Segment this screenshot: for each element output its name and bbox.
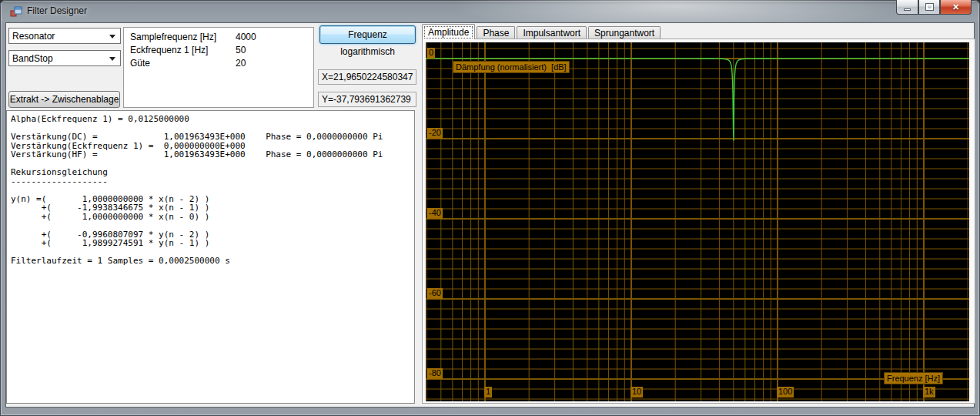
- app-icon: [10, 5, 22, 18]
- filter-report-textbox[interactable]: Alpha(Eckfrequenz 1) = 0,0125000000 Vers…: [6, 110, 415, 404]
- x-tick-label: 1k: [923, 387, 935, 398]
- title-bar[interactable]: Filter Designer ✕: [0, 0, 980, 23]
- focus-rect: [424, 26, 473, 39]
- filter-type-value: Resonator: [12, 31, 55, 42]
- frequency-logarithmic-button[interactable]: Frequenz logarithmisch: [319, 25, 416, 44]
- y-tick-label: -40: [427, 208, 443, 219]
- tab-label: Sprungantwort: [594, 28, 654, 39]
- maximize-button[interactable]: [918, 0, 940, 15]
- close-icon: ✕: [952, 2, 959, 12]
- param-row[interactable]: Güte 20: [130, 58, 307, 70]
- param-value[interactable]: 20: [236, 58, 246, 69]
- minimize-icon: [904, 8, 911, 11]
- filter-report-text: Alpha(Eckfrequenz 1) = 0,0125000000 Vers…: [7, 111, 414, 266]
- amplitude-chart[interactable]: Dämpfung (normalisiert) [dB] Frequenz [H…: [426, 42, 969, 401]
- tab-label: Phase: [483, 28, 509, 39]
- param-label: Samplefrequenz [Hz]: [130, 32, 216, 42]
- tab-sprungantwort[interactable]: Sprungantwort: [588, 26, 661, 39]
- x-tick-label: 1: [484, 387, 492, 398]
- filter-kind-combobox[interactable]: BandStop: [8, 50, 121, 66]
- param-row[interactable]: Samplefrequenz [Hz] 4000: [130, 32, 307, 44]
- window-title: Filter Designer: [27, 5, 87, 16]
- minimize-button[interactable]: [896, 0, 918, 15]
- chevron-down-icon: [109, 57, 115, 61]
- y-axis-title: Dämpfung (normalisiert) [dB]: [453, 61, 570, 73]
- y-tick-label: -60: [427, 288, 443, 299]
- chevron-down-icon: [109, 35, 115, 39]
- param-label: Güte: [130, 58, 150, 69]
- tab-label: Impulsantwort: [523, 28, 580, 39]
- y-tick-label: -80: [427, 368, 443, 379]
- filter-kind-value: BandStop: [12, 53, 53, 64]
- tab-phase[interactable]: Phase: [477, 26, 515, 39]
- titlebar-gloss: [0, 0, 980, 23]
- client-area: Resonator BandStop Extrakt -> Zwischenab…: [6, 23, 974, 407]
- param-value[interactable]: 50: [236, 45, 246, 55]
- amplitude-plot: [426, 42, 969, 401]
- filter-type-combobox[interactable]: Resonator: [8, 28, 121, 44]
- maximize-icon: [926, 4, 933, 10]
- tab-amplitude[interactable]: Amplitude: [422, 24, 475, 39]
- param-label: Eckfrequenz 1 [Hz]: [130, 45, 208, 55]
- parameter-panel: Samplefrequenz [Hz] 4000 Eckfrequenz 1 […: [123, 27, 314, 108]
- extract-to-clipboard-button[interactable]: Extrakt -> Zwischenablage: [8, 91, 120, 108]
- cursor-y-readout: Y=-37,793691362739: [318, 92, 416, 107]
- chart-tabstrip: Amplitude Phase Impulsantwort Sprungantw…: [422, 24, 662, 39]
- cursor-x-readout: X=21,9650224580347: [318, 69, 416, 85]
- param-value[interactable]: 4000: [236, 32, 256, 42]
- close-button[interactable]: ✕: [940, 0, 972, 15]
- tab-impulsantwort[interactable]: Impulsantwort: [517, 26, 587, 39]
- x-axis-title: Frequenz [Hz]: [884, 372, 943, 384]
- y-tick-label: -20: [427, 128, 443, 139]
- x-tick-label: 100: [777, 387, 794, 398]
- param-row[interactable]: Eckfrequenz 1 [Hz] 50: [130, 45, 307, 57]
- app-window: Filter Designer ✕ Resonator BandStop Ext…: [0, 0, 980, 416]
- x-tick-label: 10: [630, 387, 643, 398]
- y-tick-label: 0: [427, 48, 435, 59]
